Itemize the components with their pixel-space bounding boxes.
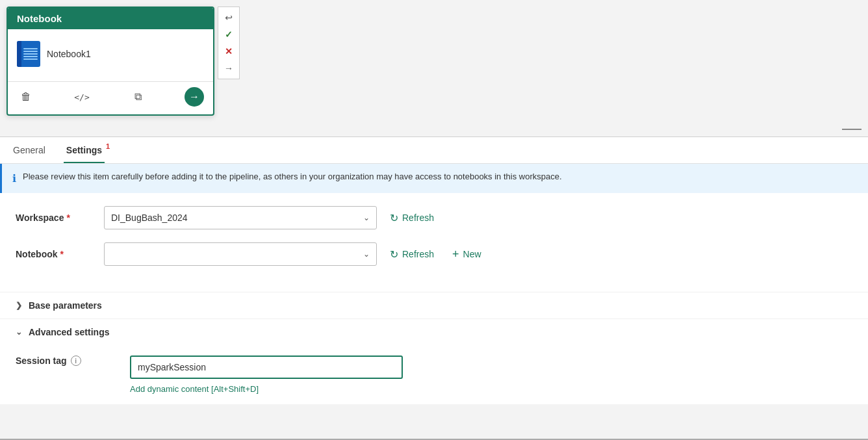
notebook-row: Notebook * ⌄ ↻ Refresh + New (16, 242, 852, 266)
workspace-row: Workspace * DI_BugBash_2024 ⌄ ↻ Refresh (16, 206, 852, 229)
form-area: Workspace * DI_BugBash_2024 ⌄ ↻ Refresh (0, 193, 868, 292)
session-tag-section: Session tag i Add dynamic content [Alt+S… (0, 345, 868, 404)
go-icon[interactable]: → (185, 87, 204, 107)
session-tag-label: Session tag i (16, 356, 120, 366)
side-toolbar: ↪ ✓ ✕ → (218, 6, 240, 79)
delete-icon[interactable]: 🗑 (17, 88, 35, 106)
canvas-area: Notebook Notebook1 (0, 0, 868, 136)
arrow-right-icon[interactable]: → (221, 60, 236, 76)
notebook-control: ⌄ ↻ Refresh + New (104, 242, 852, 266)
workspace-select[interactable]: DI_BugBash_2024 ⌄ (104, 206, 377, 229)
notebook-required: * (60, 249, 64, 259)
dynamic-content-link[interactable]: Add dynamic content [Alt+Shift+D] (130, 384, 403, 394)
close-icon[interactable]: ✕ (221, 44, 236, 59)
workspace-label: Workspace * (16, 213, 94, 223)
notebook-card-actions: 🗑 </> ⧉ → (8, 81, 213, 114)
notebook-label: Notebook * (16, 249, 94, 259)
copy-icon[interactable]: ⧉ (129, 88, 147, 106)
notebook-refresh-icon: ↻ (390, 248, 398, 261)
check-icon[interactable]: ✓ (221, 27, 236, 42)
notebook-card-title: Notebook (8, 8, 213, 29)
notebook-card: Notebook Notebook1 (6, 6, 214, 116)
notebook-item-name: Notebook1 (47, 49, 91, 59)
advanced-settings-header[interactable]: ⌄ Advanced settings (16, 327, 852, 337)
info-message: Please review this item carefully before… (23, 170, 562, 183)
info-banner: ℹ Please review this item carefully befo… (0, 164, 868, 193)
workspace-chevron-icon: ⌄ (363, 213, 370, 222)
session-tag-info-icon[interactable]: i (71, 356, 81, 366)
plus-icon: + (452, 248, 459, 261)
refresh-icon: ↻ (390, 212, 398, 224)
settings-badge: 1 (106, 142, 110, 150)
info-icon: ℹ (12, 171, 16, 187)
main-container: Notebook Notebook1 (0, 0, 868, 440)
tab-general[interactable]: General (10, 137, 48, 163)
notebook-new-button[interactable]: + New (447, 245, 487, 264)
workspace-control: DI_BugBash_2024 ⌄ ↻ Refresh (104, 206, 852, 229)
session-input-col: Add dynamic content [Alt+Shift+D] (130, 356, 403, 394)
minimize-icon[interactable] (842, 129, 862, 130)
notebook-chevron-icon: ⌄ (363, 250, 370, 259)
base-parameters-header[interactable]: ❯ Base parameters (16, 300, 852, 311)
notebook-file-icon (17, 41, 40, 67)
session-tag-row: Session tag i Add dynamic content [Alt+S… (16, 356, 852, 394)
tabs-bar: General Settings 1 (0, 137, 868, 164)
base-params-chevron-icon: ❯ (16, 301, 22, 310)
settings-panel: General Settings 1 ℹ Please review this … (0, 136, 868, 404)
workspace-required: * (66, 213, 70, 223)
notebook-select[interactable]: ⌄ (104, 242, 377, 266)
workspace-refresh-button[interactable]: ↻ Refresh (385, 209, 439, 227)
notebook-item: Notebook1 (17, 37, 204, 71)
tab-settings[interactable]: Settings 1 (64, 137, 105, 163)
notebook-refresh-button[interactable]: ↻ Refresh (385, 246, 439, 263)
notebook-card-body: Notebook1 (8, 29, 213, 79)
advanced-settings-section: ⌄ Advanced settings (0, 318, 868, 345)
undo-icon[interactable]: ↪ (221, 10, 236, 25)
code-icon[interactable]: </> (73, 88, 91, 106)
session-tag-input[interactable] (130, 356, 403, 379)
advanced-chevron-icon: ⌄ (16, 328, 22, 337)
base-parameters-section: ❯ Base parameters (0, 292, 868, 318)
